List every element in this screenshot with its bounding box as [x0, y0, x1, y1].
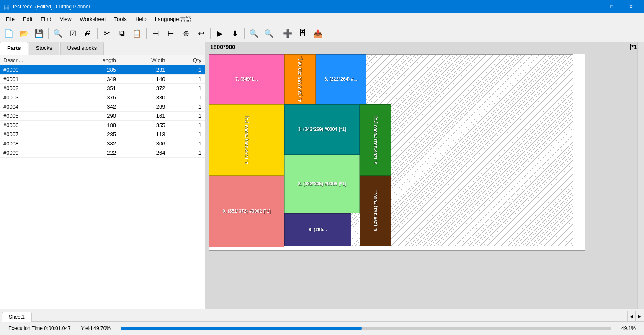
database-button[interactable]: 🗄 — [296, 26, 310, 41]
cut-button[interactable]: ✂ — [100, 26, 114, 41]
menu-item-worksheet[interactable]: Worksheet — [76, 15, 110, 23]
table-row[interactable]: #00002852311 — [0, 65, 205, 75]
progress-section — [116, 327, 616, 330]
cell-length-9: 222 — [64, 148, 119, 158]
sheet-tab[interactable]: Sheet1 — [2, 312, 32, 322]
cell-length-3: 376 — [64, 93, 119, 102]
piece-1: 1. (376*330) #0003 [*1] — [209, 104, 284, 176]
menu-item-edit[interactable]: Edit — [19, 15, 36, 23]
table-row[interactable]: #00033763301 — [0, 93, 205, 102]
tab-stocks[interactable]: Stocks — [29, 42, 59, 55]
menu-item-language[interactable]: Language:言語 — [151, 15, 196, 24]
export-button[interactable]: 📤 — [311, 26, 325, 41]
toolbar-separator-1 — [97, 28, 98, 39]
window-controls: – □ ✕ — [583, 0, 641, 13]
table-row[interactable]: #00052901611 — [0, 112, 205, 121]
cell-width-3: 330 — [119, 93, 168, 102]
align-left-button[interactable]: ⊣ — [149, 26, 163, 41]
cell-desc-7: #0007 — [0, 130, 64, 139]
cutting-canvas: 827*900 7. (349*1...4. (18 8*355 #00 06 … — [209, 54, 585, 251]
yield-section: Yield 49.70% — [76, 322, 116, 334]
cell-length-5: 290 — [64, 112, 119, 121]
piece-label-2: 2. (382*306) #0008 [*1] — [296, 179, 348, 188]
piece-label-9: 9. (285... — [307, 225, 328, 234]
app-icon: ▦ — [3, 3, 10, 11]
piece-8: 8. (290*161) #000... — [360, 176, 391, 246]
align-right-button[interactable]: ⊢ — [164, 26, 178, 41]
piece-label-1: 1. (376*330) #0003 [*1] — [242, 114, 251, 166]
piece-label-7: 7. (349*1... — [234, 75, 260, 83]
zoom-in-button[interactable]: 🔍 — [247, 26, 261, 41]
add-button[interactable]: ➕ — [281, 26, 295, 41]
cell-desc-2: #0002 — [0, 84, 64, 93]
toolbar-separator-2 — [146, 28, 147, 39]
piece-label-8: 8. (290*161) #000... — [371, 189, 380, 233]
toolbar-separator-5 — [278, 28, 278, 39]
piece-0: 0. (351*372) #0002 [*1] — [209, 176, 284, 247]
cell-width-5: 161 — [119, 112, 168, 121]
undo-button[interactable]: ↩ — [194, 26, 208, 41]
piece-9: 9. (285... — [284, 213, 351, 246]
maximize-button[interactable]: □ — [602, 0, 621, 13]
zoom-out-button[interactable]: 🔍 — [262, 26, 276, 41]
cell-qty-3: 1 — [169, 93, 205, 102]
save-button[interactable]: 💾 — [32, 26, 46, 41]
table-row[interactable]: #00092222641 — [0, 148, 205, 158]
open-button[interactable]: 📂 — [17, 26, 31, 41]
play-button[interactable]: ▶ — [213, 26, 227, 41]
menu-item-file[interactable]: File — [2, 15, 19, 23]
new-button[interactable]: 📄 — [2, 26, 16, 41]
col-header-1: Length — [64, 55, 119, 65]
left-panel: PartsStocksUsed stocks Descri...LengthWi… — [0, 42, 205, 309]
side-label: 827*900 — [585, 54, 585, 250]
sheet-scroll-left[interactable]: ◀ — [627, 311, 636, 322]
cell-length-6: 188 — [64, 121, 119, 130]
parts-table: Descri...LengthWidthQty #00002852311#000… — [0, 55, 205, 309]
paste-button[interactable]: 📋 — [130, 26, 144, 41]
col-header-2: Width — [119, 55, 168, 65]
table-row[interactable]: #00061883551 — [0, 121, 205, 130]
menu-item-find[interactable]: Find — [36, 15, 55, 23]
sheet-scroll-right[interactable]: ▶ — [636, 311, 644, 322]
cell-desc-3: #0003 — [0, 93, 64, 102]
menu-item-help[interactable]: Help — [131, 15, 151, 23]
tab-used-stocks[interactable]: Used stocks — [60, 42, 104, 55]
download-button[interactable]: ⬇ — [228, 26, 242, 41]
cell-width-2: 372 — [119, 84, 168, 93]
tab-parts[interactable]: Parts — [0, 42, 28, 55]
toolbar-separator-4 — [244, 28, 245, 39]
copy-button[interactable]: ⧉ — [115, 26, 129, 41]
status-bar: Execution Time 0:00:01.047 Yield 49.70% … — [0, 322, 644, 334]
progress-track — [121, 327, 611, 330]
cell-width-8: 306 — [119, 139, 168, 148]
table-row[interactable]: #00013491401 — [0, 75, 205, 84]
menu-item-tools[interactable]: Tools — [110, 15, 131, 23]
cell-desc-9: #0009 — [0, 148, 64, 158]
cell-length-4: 342 — [64, 102, 119, 112]
table-row[interactable]: #00023513721 — [0, 84, 205, 93]
col-header-0: Descri... — [0, 55, 64, 65]
table-row[interactable]: #00083823061 — [0, 139, 205, 148]
print-button[interactable]: 🖨 — [81, 26, 95, 41]
piece-5: 5. (285*231) #0000 [*1] — [360, 104, 391, 176]
piece-7: 7. (349*1... — [209, 54, 284, 104]
menu-item-view[interactable]: View — [56, 15, 76, 23]
minimize-button[interactable]: – — [583, 0, 602, 13]
menu-bar: FileEditFindViewWorksheetToolsHelpLangua… — [0, 13, 644, 25]
cell-qty-4: 1 — [169, 102, 205, 112]
piece-label-3: 3. (342*269) #0004 [*1] — [296, 125, 348, 134]
piece-label-0: 0. (351*372) #0002 [*1] — [221, 207, 273, 216]
right-scrollbar[interactable] — [637, 42, 644, 309]
search2-button[interactable]: 🔍 — [51, 26, 65, 41]
check-button[interactable]: ☑ — [66, 26, 80, 41]
close-button[interactable]: ✕ — [621, 0, 641, 13]
cell-qty-7: 1 — [169, 130, 205, 139]
zoom-sm-button[interactable]: ⊕ — [179, 26, 193, 41]
table-row[interactable]: #00043422691 — [0, 102, 205, 112]
table-row[interactable]: #00072851131 — [0, 130, 205, 139]
table-body: #00002852311#00013491401#00023513721#000… — [0, 65, 205, 158]
col-header-3: Qty — [169, 55, 205, 65]
cell-desc-4: #0004 — [0, 102, 64, 112]
cell-length-1: 349 — [64, 75, 119, 84]
cell-width-7: 113 — [119, 130, 168, 139]
